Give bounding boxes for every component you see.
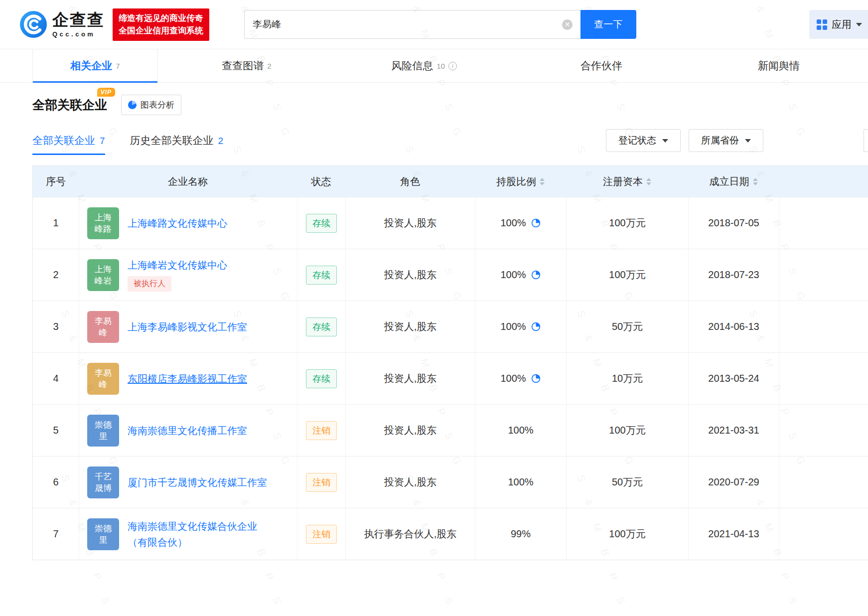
chart-analysis-label: 图表分析 <box>141 99 174 111</box>
info-icon[interactable]: i <box>448 62 457 70</box>
row-index-cell: 7 <box>33 508 79 560</box>
company-name-link[interactable]: 厦门市千艺晟博文化传媒工作室 <box>128 476 267 489</box>
capital-value: 100万元 <box>609 527 645 541</box>
tab-3[interactable]: 风险信息 10 i <box>335 49 513 82</box>
page-title-text: 全部关联企业 <box>32 98 107 112</box>
filters: 登记状态 所属省份 <box>606 129 763 152</box>
shareholding-pie-icon[interactable] <box>531 321 541 332</box>
slogan-line1: 缔造有远见的商业传奇 <box>119 12 203 25</box>
role-cell: 投资人,股东 <box>345 457 475 508</box>
column-header[interactable]: 持股比例 <box>475 166 566 197</box>
sort-icon[interactable] <box>646 178 651 185</box>
apps-button[interactable]: 应用 <box>809 10 868 39</box>
table-header-row: 序号 企业名称 状态 角色 持股比例 注册资本 成立日期 <box>33 166 868 197</box>
company-name-link-line2[interactable]: （有限合伙） <box>128 536 187 549</box>
main-tab-bar: 相关企业 7 查查图谱 2 风险信息 10 i 合作伙伴 新闻舆情 <box>0 49 868 83</box>
top-header: 企查查 Qcc.com 缔造有远见的商业传奇 全国企业信用查询系统 ✕ 查一下 … <box>0 0 868 49</box>
column-header[interactable]: 注册资本 <box>566 166 688 197</box>
tab-2[interactable]: 查查图谱 2 <box>158 49 335 82</box>
company-cell: 上海 峰路 上海峰路文化传媒中心 <box>79 197 297 249</box>
table-row: 2 上海 峰岩 上海峰岩文化传媒中心 被执行人 存续 投资人,股东 100% 1… <box>33 249 868 301</box>
tab-4[interactable]: 合作伙伴 <box>513 49 690 82</box>
date-cell: 2021-04-13 <box>688 508 779 560</box>
tab-label: 查查图谱 <box>222 59 264 73</box>
shareholding-pie-icon[interactable] <box>531 218 541 228</box>
date-value: 2018-07-05 <box>708 217 759 229</box>
search-button[interactable]: 查一下 <box>580 10 636 39</box>
extra-cell <box>779 457 868 508</box>
share-value: 100% <box>508 425 533 436</box>
extra-cell <box>779 301 868 352</box>
column-header-label: 注册资本 <box>603 175 643 188</box>
share-cell: 99% <box>475 508 566 560</box>
capital-cell: 50万元 <box>566 457 688 508</box>
chevron-down-icon <box>662 139 668 143</box>
tab-count: 7 <box>116 62 120 70</box>
date-cell: 2018-07-23 <box>688 249 779 301</box>
status-badge: 注销 <box>306 525 337 544</box>
date-cell: 2018-07-05 <box>688 197 779 249</box>
filter-dropdown[interactable]: 登记状态 <box>606 129 681 152</box>
shareholding-pie-icon[interactable] <box>531 373 541 384</box>
company-cell: 李易 峰 东阳横店李易峰影视工作室 <box>79 353 297 404</box>
role-cell: 投资人,股东 <box>345 353 475 404</box>
filter-dropdown[interactable]: 所属省份 <box>689 129 763 152</box>
status-cell: 存续 <box>297 301 345 352</box>
search-field[interactable]: ✕ <box>244 10 580 39</box>
apps-grid-icon <box>817 19 827 30</box>
row-index-cell: 5 <box>33 405 79 456</box>
column-header-label: 持股比例 <box>496 175 536 188</box>
status-cell: 存续 <box>297 197 345 249</box>
row-index: 6 <box>53 476 58 488</box>
company-name-link[interactable]: 上海峰岩文化传媒中心 <box>128 259 227 272</box>
status-badge: 注销 <box>306 473 337 492</box>
role-cell: 执行事务合伙人,股东 <box>345 508 475 560</box>
row-index: 1 <box>53 217 58 229</box>
subtab-label: 全部关联企业 <box>32 134 95 148</box>
search-box: ✕ 查一下 <box>244 10 636 39</box>
company-avatar: 千艺 晟博 <box>87 466 119 498</box>
row-index: 2 <box>53 269 58 281</box>
clear-search-icon[interactable]: ✕ <box>562 19 573 30</box>
company-name-link[interactable]: 海南崇德里文化传播工作室 <box>128 424 247 437</box>
column-header: 企业名称 <box>79 166 297 197</box>
row-index: 4 <box>53 373 58 384</box>
date-value: 2021-04-13 <box>708 528 759 540</box>
capital-value: 50万元 <box>612 320 643 333</box>
sort-icon[interactable] <box>540 178 545 185</box>
table-row: 3 李易 峰 上海李易峰影视文化工作室 存续 投资人,股东 100% 50万元 … <box>33 301 868 352</box>
qcc-logo-icon <box>20 11 47 38</box>
filter-label: 所属省份 <box>701 134 739 147</box>
status-cell: 注销 <box>297 457 345 508</box>
sort-icon[interactable] <box>753 178 758 185</box>
company-name-link[interactable]: 上海李易峰影视文化工作室 <box>128 320 247 333</box>
table-body: 1 上海 峰路 上海峰路文化传媒中心 存续 投资人,股东 100% 100万元 … <box>33 197 868 560</box>
chart-analysis-button[interactable]: 图表分析 <box>121 95 181 115</box>
tab-5[interactable]: 新闻舆情 <box>690 49 868 82</box>
company-cell: 上海 峰岩 上海峰岩文化传媒中心 被执行人 <box>79 249 297 301</box>
table-row: 6 千艺 晟博 厦门市千艺晟博文化传媒工作室 注销 投资人,股东 100% 50… <box>33 456 868 508</box>
column-header[interactable]: 成立日期 <box>688 166 779 197</box>
logo-domain: Qcc.com <box>52 30 105 38</box>
company-name-link[interactable]: 上海峰路文化传媒中心 <box>128 217 227 230</box>
capital-value: 100万元 <box>609 268 645 282</box>
filter-cutoff-button[interactable] <box>864 129 868 152</box>
row-index-cell: 3 <box>33 301 79 352</box>
subtab-2[interactable]: 历史全部关联企业 2 <box>130 134 224 148</box>
subtab-1[interactable]: 全部关联企业 7 <box>32 134 105 148</box>
tab-1[interactable]: 相关企业 7 <box>32 49 158 82</box>
shareholding-pie-icon[interactable] <box>531 270 541 280</box>
subtab-count: 7 <box>100 136 105 147</box>
share-value: 100% <box>500 321 526 332</box>
role-text: 投资人,股东 <box>384 216 437 230</box>
status-badge: 存续 <box>306 369 337 388</box>
status-cell: 注销 <box>297 405 345 456</box>
subtab-label: 历史全部关联企业 <box>130 134 214 148</box>
qcc-logo[interactable]: 企查查 Qcc.com <box>20 11 105 38</box>
tab-label: 风险信息 <box>391 59 433 73</box>
company-name-link[interactable]: 东阳横店李易峰影视工作室 <box>128 372 247 385</box>
company-name-link[interactable]: 海南崇德里文化传媒合伙企业 <box>128 520 257 533</box>
tab-label: 新闻舆情 <box>758 59 800 73</box>
search-input[interactable] <box>253 19 562 30</box>
tab-label: 相关企业 <box>70 59 112 73</box>
